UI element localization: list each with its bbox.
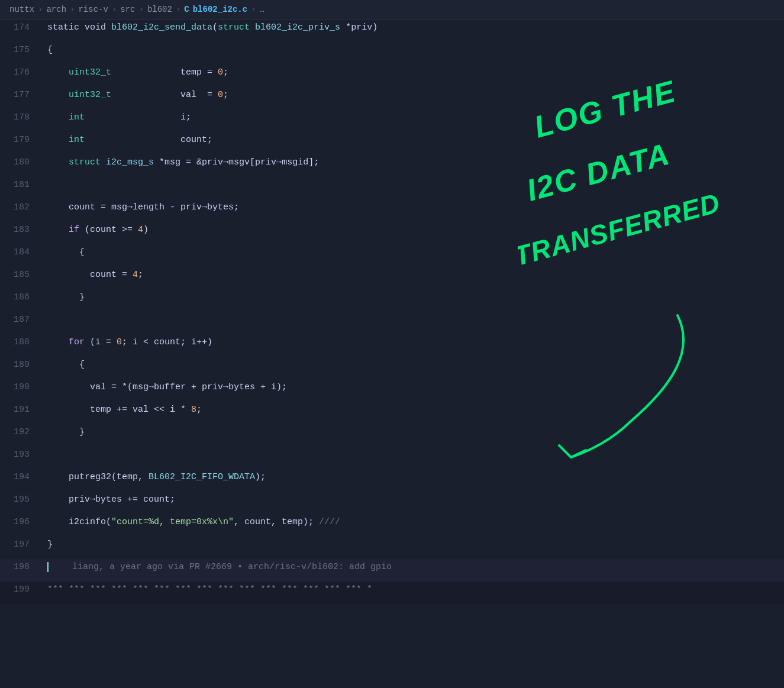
breadcrumb-item-bl602[interactable]: bl602 xyxy=(147,5,172,14)
line-content: liang, a year ago via PR #2669 • arch/ri… xyxy=(41,560,784,574)
line-content xyxy=(41,313,784,327)
line-number: 192 xyxy=(0,427,41,437)
line-number: 182 xyxy=(0,202,41,212)
line-content: val = *(msg→buffer + priv→bytes + i); xyxy=(41,380,784,394)
line-number: 183 xyxy=(0,225,41,235)
table-row: 193 xyxy=(0,447,784,469)
breadcrumb-item-riscv[interactable]: risc-v xyxy=(78,5,108,14)
table-row: 176 uint32_t temp = 0; xyxy=(0,64,784,87)
breadcrumb-sep-1: › xyxy=(38,5,43,14)
line-content: struct i2c_msg_s *msg = &priv→msgv[priv→… xyxy=(41,156,784,169)
line-number: 195 xyxy=(0,495,41,505)
table-row: 185 count = 4; xyxy=(0,267,784,289)
table-row: 192 } xyxy=(0,424,784,447)
table-row: 182 count = msg→length - priv→bytes; xyxy=(0,199,784,222)
line-content: if (count >= 4) xyxy=(41,223,784,237)
table-row: 181 xyxy=(0,177,784,199)
line-number: 174 xyxy=(0,22,41,33)
table-row: 189 { xyxy=(0,357,784,379)
table-row: 191 temp += val << i * 8; xyxy=(0,402,784,424)
breadcrumb-item-filename[interactable]: bl602_i2c.c xyxy=(193,5,247,14)
breadcrumb-item-ellipsis: … xyxy=(260,5,264,14)
line-content: i2cinfo("count=%d, temp=0x%x\n", count, … xyxy=(41,515,784,529)
line-number: 177 xyxy=(0,90,41,100)
table-row: 180 struct i2c_msg_s *msg = &priv→msgv[p… xyxy=(0,154,784,177)
breadcrumb-sep-2: › xyxy=(70,5,75,14)
line-number: 198 xyxy=(0,562,41,572)
table-row: 179 int count; xyxy=(0,132,784,154)
table-row: 177 uint32_t val = 0; xyxy=(0,87,784,109)
line-number: 199 xyxy=(0,584,41,595)
line-number: 176 xyxy=(0,67,41,77)
line-content: for (i = 0; i < count; i++) xyxy=(41,335,784,349)
table-row: 183 if (count >= 4) xyxy=(0,222,784,244)
line-content: uint32_t val = 0; xyxy=(41,88,784,102)
table-row: 186 } xyxy=(0,289,784,312)
line-content: *** *** *** *** *** *** *** *** *** *** … xyxy=(41,583,784,596)
breadcrumb-item-c-icon: C xyxy=(184,5,189,14)
line-content: { xyxy=(41,43,784,57)
table-row: 194 putreg32(temp, BL602_I2C_FIFO_WDATA)… xyxy=(0,469,784,492)
breadcrumb-sep-4: › xyxy=(138,5,143,14)
line-number: 181 xyxy=(0,180,41,190)
line-content: static void bl602_i2c_send_data(struct b… xyxy=(41,21,784,34)
line-content: int i; xyxy=(41,111,784,124)
line-content: { xyxy=(41,246,784,259)
line-number: 184 xyxy=(0,247,41,257)
line-number: 191 xyxy=(0,405,41,415)
line-number: 193 xyxy=(0,450,41,460)
table-row: 198 liang, a year ago via PR #2669 • arc… xyxy=(0,559,784,582)
breadcrumb-item-arch[interactable]: arch xyxy=(46,5,66,14)
line-content: uint32_t temp = 0; xyxy=(41,66,784,79)
line-content xyxy=(41,178,784,192)
line-number: 175 xyxy=(0,45,41,55)
breadcrumb-sep-3: › xyxy=(112,5,117,14)
code-container: 174 static void bl602_i2c_send_data(stru… xyxy=(0,20,784,604)
line-number: 189 xyxy=(0,360,41,370)
line-number: 197 xyxy=(0,540,41,550)
table-row: 196 i2cinfo("count=%d, temp=0x%x\n", cou… xyxy=(0,514,784,537)
line-number: 194 xyxy=(0,472,41,482)
line-content: } xyxy=(41,538,784,551)
table-row: 188 for (i = 0; i < count; i++) xyxy=(0,334,784,357)
line-content: count = msg→length - priv→bytes; xyxy=(41,201,784,214)
breadcrumb-bar: nuttx › arch › risc-v › src › bl602 › C … xyxy=(0,0,784,20)
line-number: 179 xyxy=(0,135,41,145)
line-number: 185 xyxy=(0,270,41,280)
breadcrumb-sep-6: › xyxy=(251,5,256,14)
line-number: 188 xyxy=(0,337,41,347)
line-content: priv→bytes += count; xyxy=(41,493,784,506)
line-number: 196 xyxy=(0,517,41,527)
line-number: 187 xyxy=(0,315,41,325)
table-row: 184 { xyxy=(0,244,784,267)
breadcrumb-item-src[interactable]: src xyxy=(120,5,135,14)
breadcrumb-sep-5: › xyxy=(176,5,180,14)
table-row: 178 int i; xyxy=(0,109,784,132)
line-content: count = 4; xyxy=(41,268,784,282)
table-row: 197 } xyxy=(0,537,784,559)
table-row: 174 static void bl602_i2c_send_data(stru… xyxy=(0,20,784,42)
table-row: 199 *** *** *** *** *** *** *** *** *** … xyxy=(0,582,784,604)
table-row: 195 priv→bytes += count; xyxy=(0,492,784,514)
line-content: } xyxy=(41,425,784,439)
line-content: { xyxy=(41,358,784,372)
line-number: 190 xyxy=(0,382,41,392)
line-number: 178 xyxy=(0,112,41,122)
line-number: 180 xyxy=(0,157,41,167)
table-row: 190 val = *(msg→buffer + priv→bytes + i)… xyxy=(0,379,784,402)
table-row: 175 { xyxy=(0,42,784,64)
line-content: temp += val << i * 8; xyxy=(41,403,784,416)
line-content xyxy=(41,448,784,461)
line-content: } xyxy=(41,290,784,304)
line-content: putreg32(temp, BL602_I2C_FIFO_WDATA); xyxy=(41,470,784,484)
line-content: int count; xyxy=(41,133,784,147)
breadcrumb-item-nuttx[interactable]: nuttx xyxy=(9,5,34,14)
line-number: 186 xyxy=(0,292,41,302)
table-row: 187 xyxy=(0,312,784,334)
